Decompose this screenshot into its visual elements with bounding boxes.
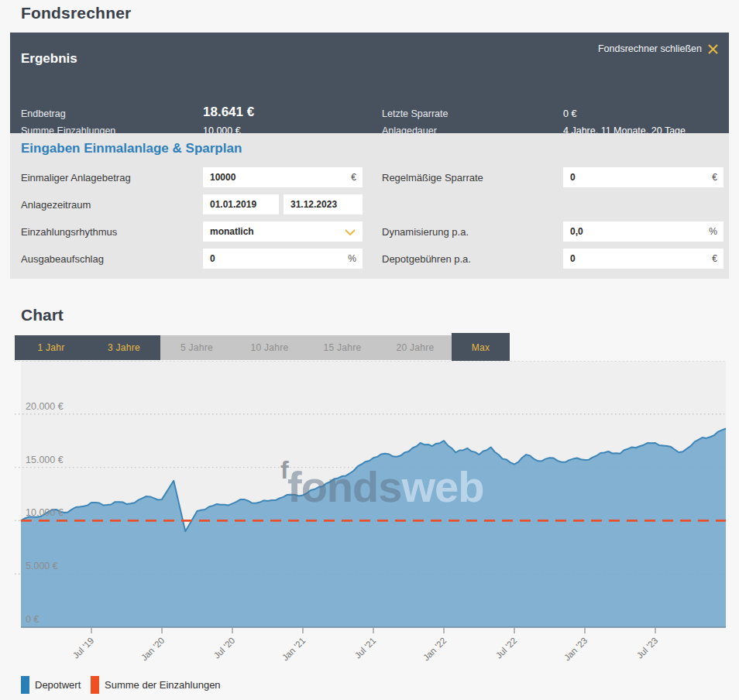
chevron-down-icon [345,229,356,235]
field-einmaliger-anlagebetrag: € [203,167,363,187]
close-fondsrechner-button[interactable]: Fondsrechner schließen [598,43,718,54]
einzahlungsrhythmus-select[interactable]: monatlich [203,221,363,242]
dynamisierung-input[interactable] [563,221,724,242]
label-einmaliger-anlagebetrag: Einmaliger Anlagebetrag [21,172,131,184]
chart-heading: Chart [21,306,64,324]
svg-text:Jul '22: Jul '22 [494,636,519,661]
inputs-section: Eingaben Einmalanlage & Sparplan Einmali… [10,133,729,279]
svg-text:Jan '22: Jan '22 [421,636,448,662]
regelmaessige-sparrate-unit: € [712,172,717,183]
dynamisierung-unit: % [709,226,717,237]
depot-chart: fondswebf0 €5.000 €10.000 €15.000 €20.00… [10,361,729,686]
anlagezeitraum-von-input[interactable] [203,194,279,214]
summe-einzahlungen-swatch [91,676,99,694]
label-einzahlungsrhythmus: Einzahlungsrhythmus [21,226,117,238]
einmaliger-anlagebetrag-input[interactable] [203,167,363,187]
tab-max[interactable]: Max [452,333,510,362]
label-dynamisierung: Dynamisierung p.a. [382,226,469,238]
depotgebuehren-unit: € [712,253,717,264]
svg-text:fondsweb: fondsweb [287,462,483,511]
svg-text:f: f [280,456,289,484]
legend-summe-einzahlungen: Summe der Einzahlungen [91,676,221,694]
label-ausgabeaufschlag: Ausgabeaufschlag [21,253,104,265]
close-icon [708,44,718,54]
svg-text:Jan '23: Jan '23 [562,636,589,662]
result-value-endbetrag: 18.641 € [203,105,254,120]
close-label: Fondsrechner schließen [598,43,702,54]
ausgabeaufschlag-input[interactable] [203,249,363,269]
field-anlagezeitraum-von [203,194,279,214]
svg-text:Jul '23: Jul '23 [635,636,660,661]
label-anlagezeitraum: Anlagezeitraum [21,199,91,211]
label-regelmaessige-sparrate: Regelmäßige Sparrate [382,172,483,184]
result-label-endbetrag: Endbetrag [21,108,66,119]
tab-5-jahre: 5 Jahre [160,335,233,360]
svg-text:Jul '21: Jul '21 [353,636,378,661]
svg-text:5.000 €: 5.000 € [26,561,58,571]
field-regelmaessige-sparrate: € [563,167,724,187]
svg-text:15.000 €: 15.000 € [26,455,64,465]
einmaliger-anlagebetrag-unit: € [351,172,356,183]
legend-depotwert: Depotwert [21,676,81,694]
field-depotgebuehren: € [563,249,724,269]
field-anlagezeitraum-bis [284,194,363,214]
tab-10-jahre: 10 Jahre [233,335,306,360]
label-depotgebuehren: Depotgebühren p.a. [382,253,471,265]
inputs-heading: Eingaben Einmalanlage & Sparplan [21,141,242,156]
tab-3-jahre[interactable]: 3 Jahre [88,335,160,360]
anlagezeitraum-bis-input[interactable] [284,194,363,214]
regelmaessige-sparrate-input[interactable] [563,167,724,187]
result-panel: Fondsrechner schließen Ergebnis Endbetra… [10,33,729,133]
tab-15-jahre: 15 Jahre [306,335,379,360]
svg-text:Jan '20: Jan '20 [139,636,166,662]
field-dynamisierung: % [563,221,724,242]
result-label-letzte-sparrate: Letzte Sparrate [382,108,448,119]
result-value-letzte-sparrate: 0 € [563,108,576,119]
einzahlungsrhythmus-value: monatlich [210,226,254,237]
svg-text:Jan '21: Jan '21 [280,636,307,662]
depot-chart-svg: fondswebf0 €5.000 €10.000 €15.000 €20.00… [10,361,729,686]
svg-text:Jul '20: Jul '20 [212,636,237,661]
depotwert-swatch [21,676,29,694]
page-title: Fondsrechner [21,4,131,22]
depotwert-label: Depotwert [35,679,81,691]
svg-text:Jul '19: Jul '19 [71,636,96,661]
ausgabeaufschlag-unit: % [348,253,356,264]
tab-1-jahr[interactable]: 1 Jahr [15,335,88,360]
svg-text:0 €: 0 € [26,614,39,625]
field-ausgabeaufschlag: % [203,249,363,269]
svg-text:20.000 €: 20.000 € [26,401,64,412]
depotgebuehren-input[interactable] [563,249,724,269]
summe-einzahlungen-label: Summe der Einzahlungen [105,679,221,691]
tab-20-jahre: 20 Jahre [379,335,452,360]
result-heading: Ergebnis [21,51,77,67]
svg-text:10.000 €: 10.000 € [26,507,64,518]
